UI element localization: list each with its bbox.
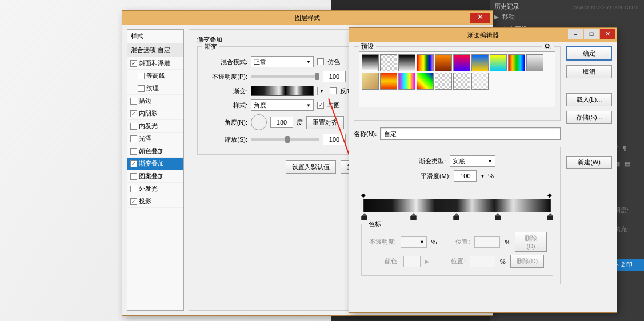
make-default-button[interactable]: 设置为默认值 xyxy=(286,160,336,174)
checkbox-icon[interactable]: ✓ xyxy=(130,160,137,167)
style-select[interactable]: 角度▼ xyxy=(251,99,314,111)
style-satin[interactable]: 光泽 xyxy=(127,133,183,145)
new-button[interactable]: 新建(W) xyxy=(566,156,612,169)
checkbox-icon[interactable] xyxy=(130,148,137,155)
color-stop[interactable] xyxy=(453,213,459,220)
style-drop-shadow[interactable]: ✓投影 xyxy=(127,195,183,208)
style-color-overlay[interactable]: 颜色叠加 xyxy=(127,145,183,158)
preset-swatch[interactable] xyxy=(471,73,489,90)
style-inner-glow[interactable]: 内发光 xyxy=(127,120,183,133)
style-bevel-emboss[interactable]: ✓斜面和浮雕 xyxy=(127,57,183,70)
opacity-stop[interactable]: ◆ xyxy=(361,192,367,198)
preset-swatch[interactable] xyxy=(453,54,470,71)
preset-swatch[interactable] xyxy=(435,73,452,90)
preset-swatch[interactable] xyxy=(471,54,489,71)
style-contour[interactable]: 等高线 xyxy=(127,70,183,82)
chevron-down-icon[interactable]: ▼ xyxy=(317,87,326,95)
layer-style-titlebar[interactable]: 图层样式 ✕ xyxy=(122,11,493,25)
stop-opacity-select[interactable]: ▼ xyxy=(401,236,427,248)
preset-swatch[interactable] xyxy=(380,73,397,90)
close-icon[interactable]: ✕ xyxy=(600,29,615,39)
style-list-header[interactable]: 样式 xyxy=(127,30,183,43)
gear-icon[interactable]: ⚙. xyxy=(542,42,554,50)
maximize-icon[interactable]: □ xyxy=(584,29,599,39)
gradient-type-select[interactable]: 实底▼ xyxy=(450,155,495,167)
style-outer-glow[interactable]: 外发光 xyxy=(127,183,183,195)
load-button[interactable]: 载入(L)... xyxy=(566,93,612,106)
checkbox-icon[interactable] xyxy=(130,98,137,105)
name-input[interactable] xyxy=(380,127,561,140)
angle-input[interactable] xyxy=(270,117,293,128)
checkbox-icon[interactable] xyxy=(130,173,137,180)
opacity-input[interactable] xyxy=(323,71,346,82)
style-label: 样式: xyxy=(205,101,247,110)
preset-swatch[interactable] xyxy=(362,54,379,71)
angle-unit: 度 xyxy=(297,118,303,127)
style-pattern-overlay[interactable]: 图案叠加 xyxy=(127,170,183,183)
smoothness-label: 平滑度(M): xyxy=(421,172,451,180)
checkbox-icon[interactable] xyxy=(130,135,137,142)
angle-label: 角度(N): xyxy=(205,118,247,127)
checkbox-icon[interactable] xyxy=(138,73,145,79)
chevron-right-icon[interactable]: ▶ xyxy=(425,259,429,264)
color-stop[interactable] xyxy=(547,213,553,220)
chevron-down-icon[interactable]: ▼ xyxy=(480,174,485,179)
preset-grid xyxy=(359,51,555,107)
delete-stop-button[interactable]: 删除(D) xyxy=(510,255,544,268)
preset-swatch[interactable] xyxy=(362,73,379,90)
blend-options-item[interactable]: 混合选项:自定 xyxy=(127,43,183,57)
percent-label: % xyxy=(500,258,506,265)
save-button[interactable]: 存储(S)... xyxy=(566,111,612,124)
preset-swatch[interactable] xyxy=(526,54,543,71)
preset-swatch[interactable] xyxy=(453,73,470,90)
style-gradient-overlay[interactable]: ✓渐变叠加 xyxy=(127,158,183,170)
checkbox-icon[interactable] xyxy=(138,85,145,92)
preset-swatch[interactable] xyxy=(417,54,434,71)
preset-swatch[interactable] xyxy=(380,54,397,71)
style-inner-shadow[interactable]: ✓内阴影 xyxy=(127,107,183,120)
checkbox-icon[interactable] xyxy=(130,186,137,192)
style-stroke[interactable]: 描边 xyxy=(127,95,183,107)
preset-swatch[interactable] xyxy=(417,73,434,90)
preset-swatch[interactable] xyxy=(398,54,415,71)
preset-swatch[interactable] xyxy=(398,73,415,90)
smoothness-input[interactable] xyxy=(454,170,477,182)
checkbox-icon[interactable]: ✓ xyxy=(130,60,137,67)
preset-swatch[interactable] xyxy=(508,54,525,71)
opacity-label: 不透明度: xyxy=(367,238,396,246)
stop-position-input[interactable] xyxy=(474,236,500,248)
gradient-preview[interactable] xyxy=(251,86,314,96)
layout-icon[interactable]: ▤ xyxy=(625,160,630,167)
checkbox-icon[interactable]: ✓ xyxy=(130,110,137,117)
gradient-editor-titlebar[interactable]: 渐变编辑器 – □ ✕ xyxy=(349,28,617,42)
close-icon[interactable]: ✕ xyxy=(470,13,490,23)
reverse-checkbox[interactable] xyxy=(330,87,337,94)
style-texture[interactable]: 纹理 xyxy=(127,82,183,95)
stop-color-swatch[interactable] xyxy=(403,256,421,267)
checkbox-icon[interactable]: ✓ xyxy=(130,198,137,205)
checkbox-icon[interactable] xyxy=(130,123,137,130)
delete-stop-button[interactable]: 删除(D) xyxy=(515,232,547,252)
stops-label: 色标 xyxy=(366,220,383,228)
preset-swatch[interactable] xyxy=(435,54,452,71)
color-stop[interactable] xyxy=(410,213,417,220)
paragraph-icon[interactable]: ¶ xyxy=(623,145,626,152)
scale-slider[interactable] xyxy=(251,138,319,141)
color-stop[interactable] xyxy=(495,213,501,220)
minimize-icon[interactable]: – xyxy=(568,29,583,39)
preset-swatch[interactable] xyxy=(490,54,507,71)
ok-button[interactable]: 确定 xyxy=(566,46,612,61)
history-item[interactable]: ▶ 移动 xyxy=(494,11,639,23)
cancel-button[interactable]: 取消 xyxy=(566,65,612,78)
dither-label: 仿色 xyxy=(327,58,340,66)
position-label: 位置: xyxy=(434,257,465,266)
angle-wheel[interactable] xyxy=(251,114,267,130)
align-checkbox[interactable]: ✓ xyxy=(317,102,324,109)
dither-checkbox[interactable] xyxy=(317,58,324,65)
stop-position-input[interactable] xyxy=(470,256,495,267)
blend-mode-select[interactable]: 正常▼ xyxy=(251,56,314,67)
opacity-slider[interactable] xyxy=(251,75,319,78)
opacity-stop[interactable]: ◆ xyxy=(547,192,553,198)
gradient-bar[interactable]: ◆ ◆ xyxy=(363,199,551,212)
percent-label: % xyxy=(431,239,437,246)
